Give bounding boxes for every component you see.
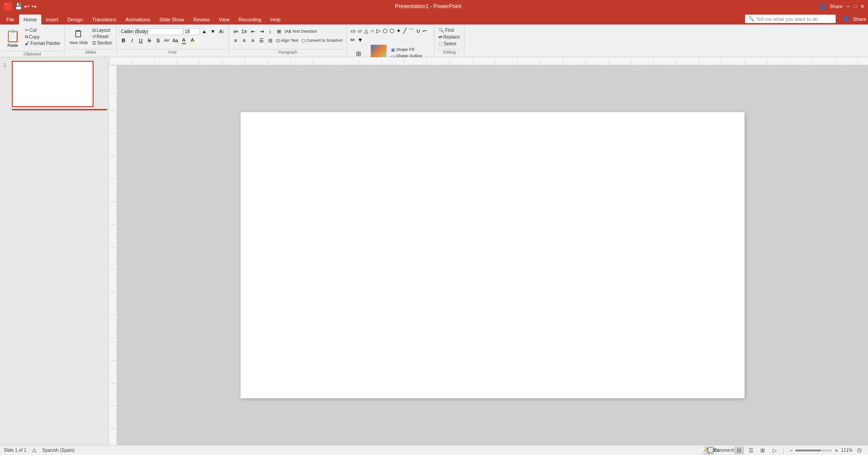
view-normal-button[interactable]: ⊟ [734,446,744,455]
more-shapes[interactable]: ▼ [356,36,364,44]
tab-animations[interactable]: Animations [121,15,154,25]
shape-fill-button[interactable]: ▣ Shape Fill [390,47,424,53]
slides-content: 🗒 New Slide ⊟ Layout ↺ Reset ☰ Section [67,26,114,49]
view-outline-button[interactable]: ☰ [746,446,756,455]
tab-file[interactable]: File [2,15,19,25]
align-right-button[interactable]: ≡ [249,36,257,45]
format-painter-button[interactable]: 🖌 Format Painter [24,40,62,46]
columns-button[interactable]: ⊞ [275,27,283,35]
editing-group: 🔍 Find ⇄ Replace ⬚ Select Editing [434,25,464,56]
close-button[interactable]: ✕ [860,4,864,10]
font-size-input[interactable] [183,28,200,35]
find-button[interactable]: 🔍 Find [437,27,455,33]
zoom-out-button[interactable]: − [787,447,794,454]
share-ribbon-button[interactable]: Share [853,16,866,22]
paste-button[interactable]: 📋 Paste [3,27,23,49]
slide-thumbnail[interactable] [12,61,94,107]
convert-smartart-button[interactable]: ⬡ Convert to SmartArt [300,38,344,44]
reset-button[interactable]: ↺ Reset [91,34,113,40]
increase-indent-button[interactable]: ⇥ [257,27,266,35]
zoom-in-button[interactable]: + [833,447,840,454]
parallelogram-shape[interactable]: ▱ [357,27,363,36]
italic-button[interactable]: I [128,36,136,45]
quick-undo[interactable]: ↩ [24,3,30,10]
increase-font-button[interactable]: ▲ [200,27,208,35]
tab-recording[interactable]: Recording [234,15,266,25]
line-spacing-button[interactable]: ↕ [266,27,274,35]
decrease-font-button[interactable]: ▼ [209,27,217,35]
char-spacing-button[interactable]: AV [163,36,171,45]
tab-review[interactable]: Review [189,15,214,25]
tab-view[interactable]: View [214,15,234,25]
quick-redo[interactable]: ↪ [31,3,37,10]
svg-rect-169 [109,65,117,445]
curve-shape[interactable]: ⌒ [408,27,415,36]
maximize-button[interactable]: □ [853,4,857,9]
numbering-button[interactable]: 1≡ [240,27,248,35]
view-sorter-button[interactable]: ⊞ [758,446,768,455]
select-button[interactable]: ⬚ Select [437,41,458,47]
shadow-button[interactable]: S [154,36,162,45]
view-normal-icon: ⊟ [737,447,741,454]
text-direction-button[interactable]: ⟳A Text Direction [283,29,318,35]
view-reading-button[interactable]: ▷ [769,446,779,455]
align-center-button[interactable]: ≡ [240,36,248,45]
zoom-slider[interactable] [795,450,832,451]
change-case-button[interactable]: Aa [171,36,179,45]
triangle-shape[interactable]: △ [363,27,369,36]
arc-shape[interactable]: ∪ [415,27,421,36]
rect-shape[interactable]: ▭ [350,27,356,36]
section-button[interactable]: ☰ Section [91,40,113,46]
cut-button[interactable]: ✂ Cut [24,27,62,33]
line-shape[interactable]: ╱ [402,27,407,36]
font-name-input[interactable] [119,28,183,35]
tab-design[interactable]: Design [63,15,88,25]
align-text-button[interactable]: ⊡ Align Text [275,38,300,44]
slide-panel[interactable]: 1 [0,57,109,445]
font-color-button[interactable]: A [180,36,188,45]
tab-help[interactable]: Help [266,15,286,25]
bold-button[interactable]: B [119,36,128,45]
copy-button[interactable]: ⧉ Copy [24,34,62,40]
highlight-button[interactable]: A [188,36,197,45]
editing-content: 🔍 Find ⇄ Replace ⬚ Select [436,26,462,49]
freeform-shape[interactable]: ✏ [350,36,356,44]
copy-label: Copy [29,35,39,40]
quick-styles-button[interactable] [370,45,387,58]
col-spacing-button[interactable]: ⊟ [266,36,274,45]
font-row2: B I U S S AV Aa A A [119,36,197,45]
pentagon-shape[interactable]: ⬠ [382,27,388,36]
arrow-shape[interactable]: ▷ [375,27,381,36]
select-label: Select [444,41,456,46]
ruler-top [109,57,868,65]
star-shape[interactable]: ✦ [395,27,402,36]
layout-button[interactable]: ⊟ Layout [91,27,113,33]
decrease-indent-button[interactable]: ⇤ [249,27,257,35]
align-left-button[interactable]: ≡ [232,36,240,45]
underline-button[interactable]: U [137,36,145,45]
slide-canvas[interactable] [241,112,745,398]
tab-transitions[interactable]: Transitions [88,15,121,25]
share-button[interactable]: Share [829,4,843,9]
justify-button[interactable]: ☰ [257,36,266,45]
title-bar-right: 👤 Share ─ □ ✕ [819,4,864,10]
comments-button[interactable]: 💬 Comments [716,446,726,455]
search-bar[interactable]: 🔍 Tell me what you want to do [745,15,836,23]
search-placeholder: Tell me what you want to do [756,16,818,22]
quick-save[interactable]: 💾 [15,3,22,10]
circle-shape[interactable]: ○ [370,27,375,36]
tab-slideshow[interactable]: Slide Show [155,15,189,25]
slide-canvas-area[interactable] [117,65,868,445]
strikethrough-button[interactable]: S [145,36,153,45]
hex-shape[interactable]: ⬡ [389,27,395,36]
tab-home[interactable]: Home [19,15,41,25]
bullets-button[interactable]: ≡• [232,27,240,35]
view-outline-icon: ☰ [749,447,754,454]
connector-shape[interactable]: ⤺ [422,27,428,36]
minimize-button[interactable]: ─ [847,4,850,9]
new-slide-button[interactable]: 🗒 New Slide [68,27,90,46]
clear-format-button[interactable]: A⃝ [217,27,226,35]
fit-slide-button[interactable]: ⊡ [854,446,864,455]
replace-button[interactable]: ⇄ Replace [437,34,461,40]
tab-insert[interactable]: Insert [41,15,63,25]
